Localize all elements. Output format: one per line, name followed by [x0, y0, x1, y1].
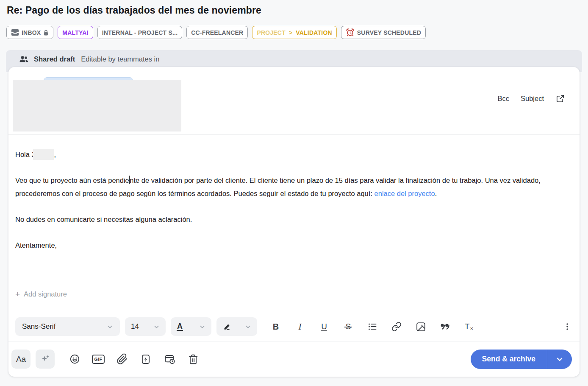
redacted-recipients	[13, 80, 181, 131]
highlight-color-select[interactable]	[216, 317, 257, 336]
quote-icon	[439, 321, 450, 332]
emoji-icon	[69, 353, 80, 365]
people-icon	[19, 54, 29, 64]
bold-button[interactable]: B	[270, 321, 281, 332]
text-style-toggle[interactable]: Aa	[11, 350, 31, 369]
format-toolbar: Sans-Serif 14 A B I U S	[8, 312, 580, 341]
tag-survey-scheduled[interactable]: SURVEY SCHEDULED	[341, 26, 426, 39]
font-family-select[interactable]: Sans-Serif	[15, 317, 120, 336]
paragraph-2: No dudes en comunicarte si necesitas alg…	[15, 213, 561, 226]
popout-icon[interactable]	[555, 94, 565, 103]
bullet-list-button[interactable]	[367, 321, 378, 332]
chevron-down-icon	[245, 324, 251, 330]
list-icon	[367, 322, 377, 332]
underline-button[interactable]: U	[319, 321, 330, 332]
alarm-clock-icon	[346, 28, 355, 37]
italic-button[interactable]: I	[294, 321, 305, 332]
more-options-button[interactable]	[562, 321, 573, 332]
chevron-down-icon	[107, 324, 113, 330]
trash-icon	[188, 354, 199, 365]
plus-icon: +	[15, 288, 20, 301]
send-split-button: Send & archive	[471, 350, 572, 369]
greeting: Hola X,	[15, 148, 561, 161]
closing: Atentamente,	[15, 239, 561, 252]
quote-button[interactable]	[439, 321, 450, 332]
font-size-select[interactable]: 14	[125, 317, 166, 336]
quick-reply-button[interactable]	[139, 353, 152, 366]
chevron-down-icon	[153, 324, 160, 330]
project-link[interactable]: enlace del proyecto	[374, 190, 435, 197]
link-button[interactable]	[391, 321, 402, 332]
gif-icon: GIF	[92, 355, 105, 364]
compose-header-actions: Bcc Subject	[497, 94, 565, 103]
subject-toggle[interactable]: Subject	[521, 95, 544, 103]
inbox-icon	[11, 29, 19, 36]
page-title: Re: Pago de los días trabajados del mes …	[7, 5, 261, 16]
paragraph-1: Veo que tu proyecto aún está pendiente d…	[15, 174, 561, 200]
shared-draft-title: Shared draft	[34, 55, 75, 63]
delete-draft-button[interactable]	[187, 353, 200, 366]
tag-internal-project[interactable]: INTERNAL - PROJECT S...	[97, 26, 183, 39]
composer-tools: GIF	[68, 353, 200, 366]
compose-header: Bcc Subject	[8, 67, 580, 135]
highlighter-icon	[222, 322, 231, 331]
text-color-icon: A	[177, 322, 183, 331]
shared-draft-subtitle: Editable by teammates in	[81, 55, 159, 63]
gif-button[interactable]: GIF	[92, 353, 105, 366]
image-icon	[416, 322, 426, 332]
paperclip-icon	[116, 353, 128, 365]
attach-button[interactable]	[116, 353, 128, 366]
emoji-button[interactable]	[68, 353, 81, 366]
kebab-icon	[563, 322, 572, 331]
sparkles-icon	[40, 354, 50, 364]
composer-card: Bcc Subject Hola X, Veo que tu proyecto …	[8, 67, 580, 377]
link-icon	[391, 322, 402, 332]
tags-row: INBOX MALTYAI INTERNAL - PROJECT S... CC…	[6, 26, 426, 39]
tag-maltyai[interactable]: MALTYAI	[58, 26, 93, 39]
tag-inbox[interactable]: INBOX	[6, 26, 53, 39]
tag-project-validation[interactable]: PROJECT > VALIDATION	[252, 26, 336, 39]
email-draft-view: Re: Pago de los días trabajados del mes …	[0, 0, 588, 386]
strikethrough-button[interactable]: S	[343, 321, 354, 332]
clock-card-icon	[164, 353, 175, 365]
chevron-down-icon	[556, 355, 563, 363]
format-buttons: B I U S T×	[270, 321, 474, 332]
tag-cc-freelancer[interactable]: CC-FREELANCER	[186, 26, 248, 39]
chevron-down-icon	[199, 324, 205, 330]
bottom-toolbar: Aa GIF	[8, 341, 580, 377]
text-color-select[interactable]: A	[171, 317, 211, 336]
send-options-button[interactable]	[547, 350, 572, 369]
add-signature-button[interactable]: + Add signature	[15, 288, 67, 301]
send-archive-button[interactable]: Send & archive	[471, 350, 547, 369]
bcc-toggle[interactable]: Bcc	[497, 95, 509, 103]
inline-redaction	[33, 149, 54, 160]
schedule-send-button[interactable]	[163, 353, 176, 366]
email-body[interactable]: Hola X, Veo que tu proyecto aún está pen…	[8, 135, 580, 312]
bolt-doc-icon	[140, 354, 151, 365]
lock-icon	[43, 29, 49, 36]
ai-assist-button[interactable]	[36, 350, 55, 369]
image-button[interactable]	[415, 321, 426, 332]
clear-formatting-button[interactable]: T×	[463, 321, 474, 332]
